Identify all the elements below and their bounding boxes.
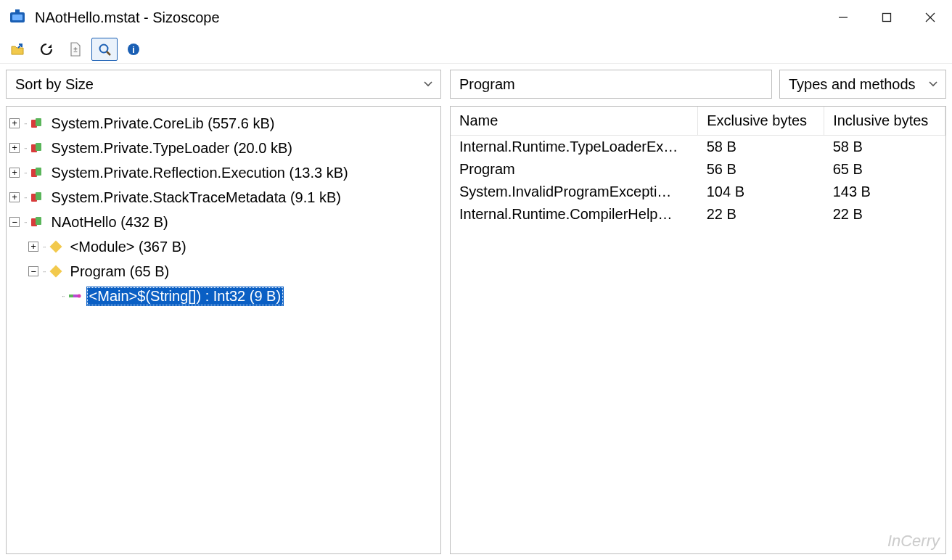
- svg-rect-19: [36, 192, 41, 200]
- collapse-icon[interactable]: −: [9, 217, 20, 227]
- search-input-value: Program: [459, 76, 515, 93]
- minimize-button[interactable]: [821, 0, 865, 35]
- table-row[interactable]: Internal.Runtime.TypeLoaderEx…58 B58 B: [451, 136, 945, 159]
- tree-item[interactable]: ··<Main>$(String[]) : Int32 (9 B): [9, 284, 438, 308]
- close-button[interactable]: [908, 0, 952, 35]
- assembly-icon: [30, 190, 44, 205]
- filter-dropdown-label: Types and methods: [789, 76, 916, 93]
- tree-view[interactable]: +··System.Private.CoreLib (557.6 kB)+··S…: [6, 106, 441, 554]
- assembly-icon: [30, 141, 44, 155]
- svg-rect-13: [36, 118, 41, 126]
- tree-item-label: <Main>$(String[]) : Int32 (9 B): [86, 287, 284, 306]
- open-file-button[interactable]: [4, 38, 30, 61]
- svg-rect-21: [36, 217, 41, 225]
- cell-exclusive: 104 B: [698, 181, 824, 203]
- chevron-down-icon: [423, 76, 433, 93]
- expand-icon[interactable]: +: [9, 118, 20, 128]
- svg-rect-23: [49, 265, 62, 278]
- toolbar: ± i: [0, 35, 952, 64]
- cell-inclusive: 143 B: [824, 181, 945, 203]
- tree-item[interactable]: +··System.Private.StackTraceMetadata (9.…: [9, 185, 438, 210]
- svg-point-26: [77, 295, 81, 298]
- svg-rect-1: [12, 15, 22, 20]
- svg-text:±: ±: [73, 46, 78, 54]
- cell-inclusive: 22 B: [824, 203, 945, 226]
- right-pane: Program Types and methods Name Exclusive…: [450, 70, 946, 554]
- column-exclusive[interactable]: Exclusive bytes: [698, 107, 824, 136]
- table-row[interactable]: System.InvalidProgramExcepti…104 B143 B: [451, 181, 945, 203]
- left-pane: Sort by Size +··System.Private.CoreLib (…: [6, 70, 441, 554]
- window-controls: [821, 0, 952, 35]
- results-table[interactable]: Name Exclusive bytes Inclusive bytes Int…: [451, 107, 945, 226]
- tree-item-label: System.Private.Reflection.Execution (13.…: [49, 163, 351, 183]
- search-input[interactable]: Program: [450, 70, 772, 99]
- cell-inclusive: 65 B: [824, 158, 945, 181]
- class-icon: [49, 264, 63, 279]
- content-area: Sort by Size +··System.Private.CoreLib (…: [0, 64, 952, 560]
- class-icon: [49, 239, 63, 254]
- tree-item[interactable]: −··NAotHello (432 B): [9, 210, 438, 234]
- svg-rect-4: [883, 14, 891, 22]
- svg-rect-25: [73, 295, 78, 297]
- chevron-down-icon: [928, 76, 938, 93]
- filter-dropdown[interactable]: Types and methods: [779, 70, 946, 99]
- cell-name: Internal.Runtime.TypeLoaderEx…: [451, 136, 698, 159]
- tree-item[interactable]: +··<Module> (367 B): [9, 234, 438, 259]
- results-table-container: Name Exclusive bytes Inclusive bytes Int…: [450, 106, 946, 554]
- search-button[interactable]: [91, 38, 118, 61]
- document-button[interactable]: ±: [62, 38, 89, 61]
- cell-name: Internal.Runtime.CompilerHelp…: [451, 203, 698, 226]
- cell-inclusive: 58 B: [824, 136, 945, 159]
- cell-name: Program: [451, 158, 698, 181]
- table-row[interactable]: Internal.Runtime.CompilerHelp…22 B22 B: [451, 203, 945, 226]
- expand-icon[interactable]: +: [9, 192, 20, 202]
- window-title: NAotHello.mstat - Sizoscope: [35, 9, 821, 26]
- collapse-icon[interactable]: −: [28, 266, 38, 276]
- tree-item-label: System.Private.StackTraceMetadata (9.1 k…: [49, 188, 344, 207]
- svg-rect-15: [36, 143, 41, 151]
- assembly-icon: [30, 165, 44, 180]
- column-name[interactable]: Name: [451, 107, 698, 136]
- sort-dropdown-label: Sort by Size: [15, 76, 94, 93]
- column-inclusive[interactable]: Inclusive bytes: [824, 107, 945, 136]
- titlebar: NAotHello.mstat - Sizoscope: [0, 0, 952, 35]
- tree-item[interactable]: +··System.Private.Reflection.Execution (…: [9, 160, 438, 185]
- tree-item-label: <Module> (367 B): [67, 237, 189, 257]
- method-icon: [67, 289, 82, 303]
- tree-item[interactable]: −··Program (65 B): [9, 259, 438, 284]
- watermark: InCerry: [887, 532, 940, 551]
- svg-text:i: i: [132, 44, 135, 55]
- refresh-button[interactable]: [33, 38, 60, 61]
- expand-icon[interactable]: +: [9, 168, 20, 178]
- tree-item-label: Program (65 B): [67, 262, 173, 281]
- cell-name: System.InvalidProgramExcepti…: [451, 181, 698, 203]
- svg-rect-17: [36, 168, 41, 176]
- info-button[interactable]: i: [120, 38, 147, 61]
- expand-icon[interactable]: +: [9, 143, 20, 153]
- assembly-icon: [30, 215, 44, 229]
- svg-rect-22: [49, 241, 62, 253]
- sort-dropdown[interactable]: Sort by Size: [6, 70, 441, 99]
- table-row[interactable]: Program56 B65 B: [451, 158, 945, 181]
- cell-exclusive: 56 B: [698, 158, 824, 181]
- svg-point-8: [100, 44, 108, 52]
- tree-item-label: System.Private.CoreLib (557.6 kB): [49, 114, 278, 133]
- svg-rect-24: [69, 295, 73, 297]
- cell-exclusive: 22 B: [698, 203, 824, 226]
- svg-rect-2: [15, 9, 20, 13]
- maximize-button[interactable]: [865, 0, 908, 35]
- tree-item-label: NAotHello (432 B): [49, 213, 171, 232]
- app-icon: [7, 7, 28, 28]
- tree-item-label: System.Private.TypeLoader (20.0 kB): [49, 139, 295, 158]
- tree-item[interactable]: +··System.Private.CoreLib (557.6 kB): [9, 111, 438, 136]
- assembly-icon: [30, 116, 44, 131]
- expand-icon[interactable]: +: [28, 242, 38, 252]
- tree-item[interactable]: +··System.Private.TypeLoader (20.0 kB): [9, 136, 438, 160]
- svg-line-9: [107, 52, 110, 55]
- cell-exclusive: 58 B: [698, 136, 824, 159]
